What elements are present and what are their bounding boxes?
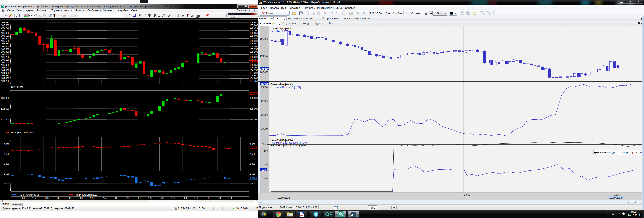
svg-text:825 000: 825 000 <box>1 108 10 110</box>
svg-text:105 300: 105 300 <box>1 50 10 53</box>
svg-text:104 800: 104 800 <box>1 77 10 80</box>
svg-text:1 000: 1 000 <box>250 182 256 185</box>
svg-text:104 750: 104 750 <box>1 80 10 82</box>
svg-text:105 850: 105 850 <box>1 21 10 24</box>
svg-text:104 850: 104 850 <box>250 74 258 77</box>
svg-text:RIZ4 (Кол-во отк.поз.): RIZ4 (Кол-во отк.поз.) <box>11 131 36 134</box>
svg-text:104 950: 104 950 <box>1 69 10 72</box>
svg-text:200: 200 <box>264 177 268 180</box>
svg-text:105 750: 105 750 <box>250 26 258 29</box>
svg-text:2 000: 2 000 <box>4 163 10 165</box>
svg-text:Сек: Сек <box>386 12 390 15</box>
svg-text::27: :27 <box>149 197 152 199</box>
svg-text::36: :36 <box>184 197 187 199</box>
svg-text:105'500: 105'500 <box>260 54 268 57</box>
svg-text:T: T <box>53 14 56 18</box>
svg-text:105 350: 105 350 <box>250 48 258 50</box>
svg-text:325: 325 <box>262 168 266 171</box>
svg-text:A: A <box>430 12 432 15</box>
svg-text:400: 400 <box>264 163 268 166</box>
svg-text:105 650: 105 650 <box>250 32 258 34</box>
svg-text:105 550: 105 550 <box>250 37 258 40</box>
svg-text:105 000: 105 000 <box>250 66 258 69</box>
svg-text:83'000: 83'000 <box>261 85 268 88</box>
svg-text:105 750: 105 750 <box>1 26 10 29</box>
svg-text:106'000: 106'000 <box>260 38 268 40</box>
svg-text:105 600: 105 600 <box>1 34 10 37</box>
svg-text:ПанельГрафика3:: ПанельГрафика3: <box>270 83 294 86</box>
svg-text:105 500: 105 500 <box>250 40 258 42</box>
svg-text:ПанельГрафика4:: ПанельГрафика4: <box>270 138 294 142</box>
svg-text:82'000: 82'000 <box>261 100 268 102</box>
svg-text:S: S <box>315 212 317 216</box>
svg-text::42: :42 <box>207 197 210 199</box>
svg-text::09: :09 <box>80 197 82 199</box>
svg-text:105 700: 105 700 <box>250 29 258 32</box>
svg-text::45: :45 <box>218 197 222 199</box>
svg-text::48: :48 <box>230 197 233 199</box>
svg-text::39: :39 <box>195 197 198 199</box>
svg-text::30: :30 <box>161 197 164 199</box>
svg-text:13h: 13h <box>45 197 48 199</box>
svg-text:2 500: 2 500 <box>4 153 10 155</box>
svg-text::03: :03 <box>56 197 60 199</box>
svg-text:RIZ4 (Заявки прод): RIZ4 (Заявки прод) <box>76 194 98 196</box>
svg-text:104 950: 104 950 <box>250 69 258 72</box>
svg-text:83'200: 83'200 <box>261 82 269 85</box>
svg-text:105 550: 105 550 <box>1 37 10 40</box>
svg-text:820 000: 820 000 <box>1 118 10 120</box>
svg-text:1 5 15 30 60: 1 5 15 30 60 <box>367 12 382 15</box>
svg-text:105 200: 105 200 <box>1 56 10 58</box>
svg-text:80'000: 80'000 <box>261 128 268 131</box>
svg-text::57: :57 <box>33 197 36 199</box>
svg-text:FIЗаявНаПоку1 (C:\Data) [RIZ4]: FIЗаявНаПоку1 (C:\Data) [RIZ4] <box>270 142 307 144</box>
svg-text:105 250: 105 250 <box>1 53 10 56</box>
svg-text:RIZ4 [Price]: RIZ4 [Price] <box>11 86 24 88</box>
svg-text:105 800: 105 800 <box>1 24 10 26</box>
svg-text:104 900: 104 900 <box>250 72 258 74</box>
svg-text:105 000: 105 000 <box>1 66 10 69</box>
svg-text:105 850: 105 850 <box>250 21 258 24</box>
svg-text:105 400: 105 400 <box>1 45 10 48</box>
svg-text:600: 600 <box>264 149 268 152</box>
svg-text::21: :21 <box>126 197 129 199</box>
svg-text:105'000: 105'000 <box>260 71 268 74</box>
svg-text:105 700: 105 700 <box>1 29 10 32</box>
svg-text:830 000: 830 000 <box>1 97 10 99</box>
svg-text:820 000: 820 000 <box>250 118 258 120</box>
svg-text::12: :12 <box>91 197 94 199</box>
svg-text:1 500: 1 500 <box>4 172 10 175</box>
svg-text:831 974: 831 974 <box>250 92 258 95</box>
svg-text:105 350: 105 350 <box>1 48 10 50</box>
svg-text:105'110: 105'110 <box>260 68 269 70</box>
svg-text:2 821: 2 821 <box>250 146 256 149</box>
svg-text:Мин: Мин <box>392 12 397 15</box>
svg-text:825 000: 825 000 <box>250 108 258 110</box>
svg-text:105 450: 105 450 <box>1 42 10 45</box>
svg-text::18: :18 <box>114 197 117 199</box>
svg-text:3 000: 3 000 <box>250 143 256 145</box>
svg-text:ОткрытыйИнтерес1 [RIZ4]: ОткрытыйИнтерес1 [RIZ4] <box>270 86 301 88</box>
svg-text::06: :06 <box>68 197 71 199</box>
svg-text:2 000: 2 000 <box>250 163 256 165</box>
svg-text:105 500: 105 500 <box>1 40 10 42</box>
svg-text::33: :33 <box>172 197 175 199</box>
svg-text:105 300: 105 300 <box>250 50 258 53</box>
svg-text:1 500: 1 500 <box>250 172 256 175</box>
svg-text:105 600: 105 600 <box>250 34 258 37</box>
svg-text:104 850: 104 850 <box>1 74 10 77</box>
svg-text:693: 693 <box>262 143 266 146</box>
svg-text:3 000: 3 000 <box>4 143 10 145</box>
svg-text:104 800: 104 800 <box>250 77 258 80</box>
svg-text:104 750: 104 750 <box>250 80 258 82</box>
svg-text:105 200: 105 200 <box>250 56 258 58</box>
svg-text:1 278: 1 278 <box>250 177 256 179</box>
svg-text:105 400: 105 400 <box>250 45 258 48</box>
svg-text::54: :54 <box>22 197 25 199</box>
svg-text:105 050: 105 050 <box>250 64 258 66</box>
svg-text:105 650: 105 650 <box>1 32 10 34</box>
svg-text:105 250: 105 250 <box>250 53 258 56</box>
svg-text:105 800: 105 800 <box>250 24 258 26</box>
svg-text:105 150: 105 150 <box>1 58 10 61</box>
svg-text:105 050: 105 050 <box>1 64 10 66</box>
